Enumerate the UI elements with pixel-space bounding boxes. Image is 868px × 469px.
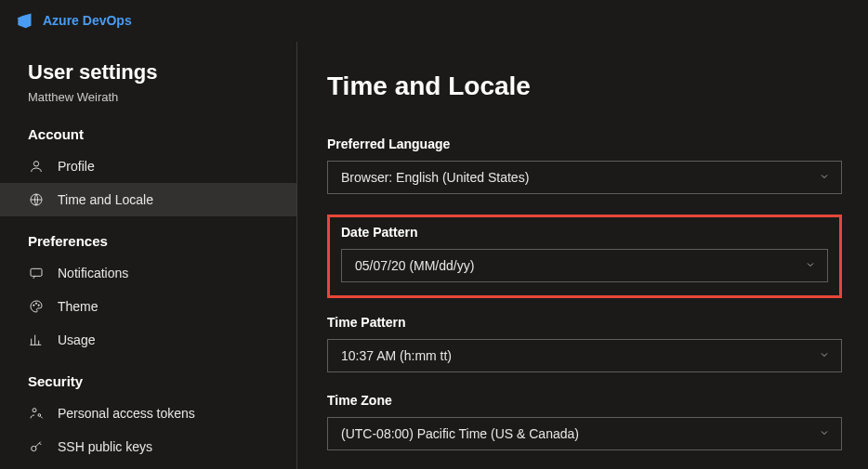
person-icon	[28, 158, 45, 175]
sidebar-item-label: Personal access tokens	[58, 406, 195, 421]
svg-point-6	[33, 409, 36, 412]
sidebar-item-usage[interactable]: Usage	[0, 323, 296, 357]
select-value: 10:37 AM (h:mm tt)	[341, 348, 452, 363]
key-icon	[28, 438, 45, 455]
time-pattern-select[interactable]: 10:37 AM (h:mm tt)	[327, 339, 842, 372]
sidebar-item-alt-creds[interactable]: Alternate credentials	[0, 463, 296, 469]
svg-point-5	[38, 305, 39, 306]
select-value: Browser: English (United States)	[341, 170, 529, 185]
chevron-down-icon	[805, 258, 816, 273]
select-value: (UTC-08:00) Pacific Time (US & Canada)	[341, 426, 579, 441]
sidebar-item-ssh[interactable]: SSH public keys	[0, 430, 296, 463]
sidebar-item-label: Usage	[58, 332, 95, 347]
field-time-zone: Time Zone (UTC-08:00) Pacific Time (US &…	[327, 393, 842, 450]
section-label-account: Account	[0, 126, 296, 142]
svg-rect-2	[31, 268, 42, 276]
main-content: Time and Locale Preferred Language Brows…	[297, 42, 868, 469]
sidebar-item-profile[interactable]: Profile	[0, 150, 296, 183]
sidebar-item-label: SSH public keys	[58, 439, 152, 454]
sidebar-item-notifications[interactable]: Notifications	[0, 256, 296, 290]
section-label-preferences: Preferences	[0, 233, 296, 249]
select-value: 05/07/20 (MM/dd/yy)	[355, 258, 474, 273]
brand-name: Azure DevOps	[43, 13, 132, 28]
sidebar-item-label: Profile	[58, 159, 95, 174]
date-pattern-select[interactable]: 05/07/20 (MM/dd/yy)	[341, 249, 828, 282]
field-label: Time Pattern	[327, 315, 842, 330]
date-pattern-highlight: Date Pattern 05/07/20 (MM/dd/yy)	[327, 215, 842, 298]
comment-icon	[28, 265, 45, 281]
sidebar-item-label: Time and Locale	[58, 192, 153, 207]
field-preferred-language: Preferred Language Browser: English (Uni…	[327, 137, 842, 194]
svg-point-3	[33, 305, 34, 306]
field-label: Preferred Language	[327, 137, 842, 151]
azure-devops-logo-icon	[15, 11, 33, 30]
sidebar-item-label: Theme	[58, 299, 99, 314]
chevron-down-icon	[819, 426, 830, 441]
field-label: Date Pattern	[341, 225, 828, 240]
bar-chart-icon	[28, 332, 45, 348]
svg-point-0	[33, 162, 38, 166]
chevron-down-icon	[819, 348, 830, 363]
topbar: Azure DevOps	[0, 0, 868, 42]
sidebar-item-time-locale[interactable]: Time and Locale	[0, 183, 296, 216]
sidebar-item-label: Notifications	[58, 266, 128, 280]
section-label-security: Security	[0, 373, 296, 389]
field-time-pattern: Time Pattern 10:37 AM (h:mm tt)	[327, 315, 842, 372]
time-zone-select[interactable]: (UTC-08:00) Pacific Time (US & Canada)	[327, 417, 842, 450]
sidebar-item-theme[interactable]: Theme	[0, 290, 296, 323]
sidebar-username: Matthew Weirath	[28, 90, 274, 104]
brand[interactable]: Azure DevOps	[15, 11, 132, 30]
globe-icon	[28, 191, 45, 208]
sidebar-title: User settings	[28, 60, 274, 85]
svg-point-8	[32, 446, 36, 450]
sidebar: User settings Matthew Weirath Account Pr…	[0, 42, 297, 469]
field-label: Time Zone	[327, 393, 842, 408]
svg-point-7	[38, 414, 41, 417]
palette-icon	[28, 298, 45, 315]
sidebar-item-pat[interactable]: Personal access tokens	[0, 397, 296, 430]
page-title: Time and Locale	[327, 72, 842, 101]
chevron-down-icon	[819, 170, 830, 185]
svg-point-4	[35, 303, 36, 304]
person-key-icon	[28, 405, 45, 422]
language-select[interactable]: Browser: English (United States)	[327, 161, 842, 194]
